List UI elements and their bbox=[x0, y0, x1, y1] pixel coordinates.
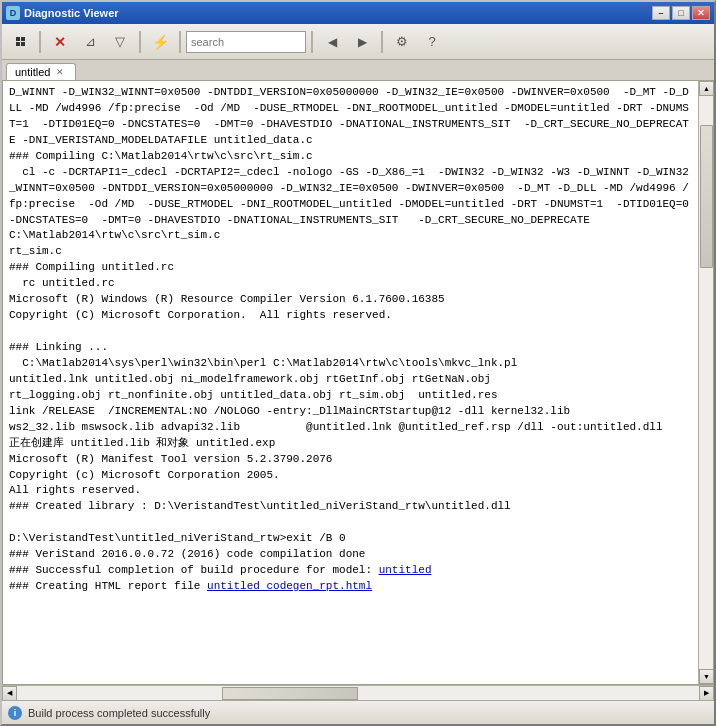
diagnostic-text[interactable]: D_WINNT -D_WIN32_WINNT=0x0500 -DNTDDI_VE… bbox=[3, 81, 698, 684]
status-text: Build process completed successfully bbox=[28, 707, 210, 719]
status-icon: i bbox=[8, 706, 22, 720]
gear-icon: ⚙ bbox=[396, 34, 408, 49]
scroll-h-track[interactable] bbox=[17, 686, 699, 700]
app-icon: D bbox=[6, 6, 20, 20]
filter2-icon: ▽ bbox=[115, 34, 125, 49]
title-bar-buttons: – □ ✕ bbox=[652, 6, 710, 20]
tab-label: untitled bbox=[15, 66, 50, 78]
toolbar: ✕ ⊿ ▽ ⚡ ◀ ▶ ⚙ ? bbox=[2, 24, 714, 60]
scroll-h-thumb[interactable] bbox=[222, 687, 358, 700]
main-window: D Diagnostic Viewer – □ ✕ ✕ ⊿ ▽ ⚡ bbox=[0, 0, 716, 726]
separator-4 bbox=[311, 31, 313, 53]
link-codegen-report[interactable]: untitled codegen_rpt.html bbox=[207, 580, 372, 592]
filter1-icon: ⊿ bbox=[85, 34, 96, 49]
gear-button[interactable]: ⚙ bbox=[388, 29, 416, 55]
help-icon: ? bbox=[428, 34, 435, 49]
warn-icon: ⚡ bbox=[152, 34, 169, 50]
nav-back-icon: ◀ bbox=[328, 35, 337, 49]
separator-2 bbox=[139, 31, 141, 53]
status-bar: i Build process completed successfully bbox=[2, 700, 714, 724]
scroll-down-button[interactable]: ▼ bbox=[699, 669, 714, 684]
filter1-button[interactable]: ⊿ bbox=[76, 29, 104, 55]
vertical-scrollbar[interactable]: ▲ ▼ bbox=[698, 81, 713, 684]
separator-3 bbox=[179, 31, 181, 53]
content-area: D_WINNT -D_WIN32_WINNT=0x0500 -DNTDDI_VE… bbox=[2, 80, 714, 685]
help-button[interactable]: ? bbox=[418, 29, 446, 55]
grid-icon bbox=[16, 37, 25, 46]
search-input[interactable] bbox=[186, 31, 306, 53]
separator-5 bbox=[381, 31, 383, 53]
maximize-button[interactable]: □ bbox=[672, 6, 690, 20]
clear-button[interactable]: ✕ bbox=[46, 29, 74, 55]
window-title: Diagnostic Viewer bbox=[24, 7, 119, 19]
scroll-left-button[interactable]: ◀ bbox=[2, 686, 17, 701]
scroll-thumb[interactable] bbox=[700, 125, 713, 268]
title-bar: D Diagnostic Viewer – □ ✕ bbox=[2, 2, 714, 24]
warn-button[interactable]: ⚡ bbox=[146, 29, 174, 55]
separator-1 bbox=[39, 31, 41, 53]
filter2-button[interactable]: ▽ bbox=[106, 29, 134, 55]
minimize-button[interactable]: – bbox=[652, 6, 670, 20]
scroll-track[interactable] bbox=[699, 96, 713, 669]
tab-close-button[interactable]: ✕ bbox=[56, 67, 64, 77]
link-untitled[interactable]: untitled bbox=[379, 564, 432, 576]
horizontal-scrollbar[interactable]: ◀ ▶ bbox=[2, 685, 714, 700]
scroll-right-button[interactable]: ▶ bbox=[699, 686, 714, 701]
nav-fwd-icon: ▶ bbox=[358, 35, 367, 49]
scroll-up-button[interactable]: ▲ bbox=[699, 81, 714, 96]
nav-back-button[interactable]: ◀ bbox=[318, 29, 346, 55]
tab-bar: untitled ✕ bbox=[2, 60, 714, 80]
tab-untitled[interactable]: untitled ✕ bbox=[6, 63, 76, 80]
nav-fwd-button[interactable]: ▶ bbox=[348, 29, 376, 55]
close-button[interactable]: ✕ bbox=[692, 6, 710, 20]
title-bar-left: D Diagnostic Viewer bbox=[6, 6, 119, 20]
clear-icon: ✕ bbox=[54, 34, 66, 50]
grid-button[interactable] bbox=[6, 29, 34, 55]
